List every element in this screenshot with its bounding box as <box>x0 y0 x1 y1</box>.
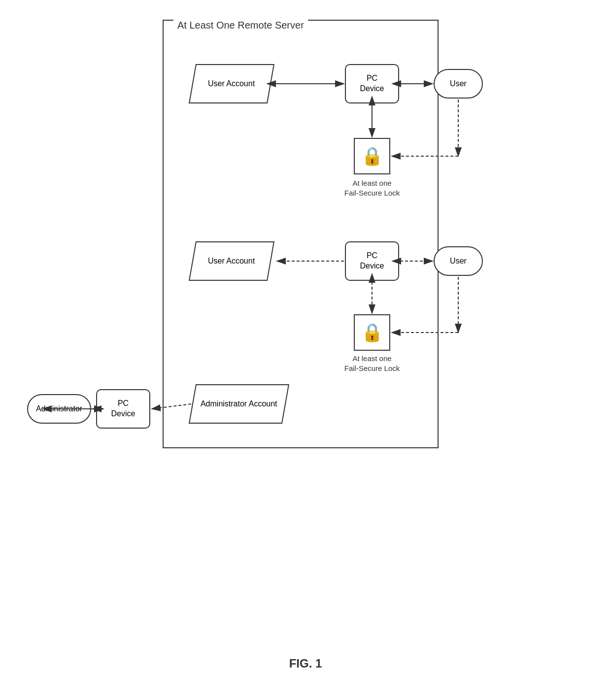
user-2: User <box>434 246 483 276</box>
lock-1-icon: 🔒 <box>361 146 383 167</box>
lock-2-icon: 🔒 <box>361 322 383 343</box>
pc-device-1: PCDevice <box>345 64 399 103</box>
lock-1: 🔒 <box>354 138 390 174</box>
admin-account: Administrator Account <box>189 384 289 424</box>
user-1: User <box>434 69 483 99</box>
lock-2: 🔒 <box>354 314 390 351</box>
fig-label: FIG. 1 <box>0 657 611 670</box>
administrator: Administrator <box>27 394 91 424</box>
pc-device-admin: PCDevice <box>96 389 150 429</box>
pc-device-2: PCDevice <box>345 241 399 281</box>
user-account-1: User Account <box>189 64 274 103</box>
remote-server-label: At Least One Remote Server <box>173 20 308 31</box>
lock-1-label: At least oneFail-Secure Lock <box>335 178 409 198</box>
diagram: At Least One Remote Server User Account … <box>0 0 611 700</box>
user-account-2: User Account <box>189 241 274 281</box>
lock-2-label: At least oneFail-Secure Lock <box>335 354 409 373</box>
